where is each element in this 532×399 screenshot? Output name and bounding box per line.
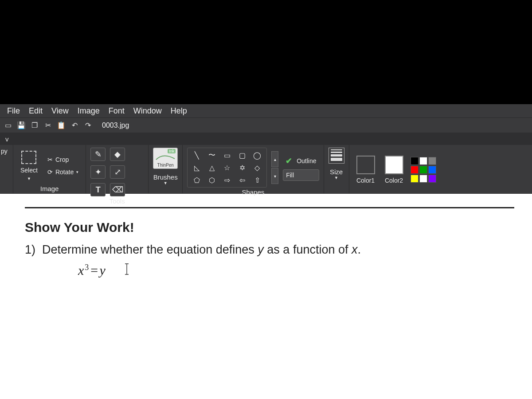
palette-swatch[interactable] bbox=[411, 175, 419, 183]
shape-star6-icon[interactable]: ✡ bbox=[235, 162, 249, 173]
equation: x3 = y bbox=[78, 263, 514, 278]
redo-icon[interactable]: ↷ bbox=[82, 120, 93, 131]
new-icon[interactable]: ▭ bbox=[3, 120, 13, 131]
shape-arrow-left-icon[interactable]: ⇦ bbox=[235, 175, 249, 185]
question-line: 1) Determine whether the equation define… bbox=[25, 243, 514, 257]
shape-arrow-up-icon[interactable]: ⇧ bbox=[250, 175, 264, 185]
cut-icon[interactable]: ✂ bbox=[43, 120, 53, 131]
shape-triangle-icon[interactable]: △ bbox=[205, 162, 219, 173]
copy-icon[interactable]: ❐ bbox=[29, 120, 40, 131]
scroll-down-icon[interactable]: ▾ bbox=[271, 168, 278, 184]
clipboard-copy-fragment[interactable]: py bbox=[1, 148, 8, 155]
shape-rtriangle-icon[interactable]: ◺ bbox=[190, 162, 203, 173]
crop-icon: ✂ bbox=[47, 156, 53, 163]
undo-icon[interactable]: ↶ bbox=[69, 120, 80, 131]
picker-tool-icon[interactable]: ⤢ bbox=[110, 165, 125, 179]
palette-swatch[interactable] bbox=[419, 175, 427, 183]
rotate-icon: ⟳ bbox=[47, 168, 53, 176]
shape-star5-icon[interactable]: ☆ bbox=[220, 162, 234, 173]
color2-swatch bbox=[385, 156, 403, 174]
menu-bar: File Edit View Image Font Window Help bbox=[0, 104, 532, 117]
question-number: 1) bbox=[25, 243, 35, 256]
size-label: Size ▼ bbox=[330, 168, 343, 180]
shape-rect-icon[interactable]: ▭ bbox=[220, 150, 234, 160]
scroll-up-icon[interactable]: ▴ bbox=[271, 151, 278, 167]
rotate-button[interactable]: ⟳ Rotate ▾ bbox=[45, 167, 81, 177]
paste-icon[interactable]: 📋 bbox=[56, 120, 66, 131]
palette-swatch[interactable] bbox=[428, 175, 436, 183]
color1-button[interactable]: Color1 bbox=[354, 154, 378, 186]
tools-group: ✎ ◆ ✦ ⤢ T ⌫ Tools bbox=[86, 145, 149, 193]
brushes-group: Ink ThinPen Brushes ▼ bbox=[149, 145, 183, 193]
document-filename: 0003.jpg bbox=[102, 121, 129, 129]
size-button[interactable] bbox=[329, 148, 344, 164]
page-heading: Show Your Work! bbox=[25, 220, 514, 235]
horizontal-rule bbox=[25, 207, 514, 208]
palette-swatch[interactable] bbox=[411, 166, 419, 174]
save-icon[interactable]: 💾 bbox=[16, 120, 27, 131]
eraser-tool-icon[interactable]: ⌫ bbox=[110, 183, 125, 196]
colors-group: Color1 Color2 bbox=[349, 145, 441, 193]
fill-tool-icon[interactable]: ◆ bbox=[110, 148, 125, 161]
text-cursor-icon bbox=[124, 263, 129, 278]
select-button[interactable]: Select ▼ bbox=[18, 149, 40, 183]
shape-arrow-right-icon[interactable]: ⇨ bbox=[220, 175, 234, 185]
shape-roundrect-icon[interactable]: ▢ bbox=[235, 150, 249, 160]
shape-curve-icon[interactable]: 〜 bbox=[205, 150, 219, 160]
menu-font[interactable]: Font bbox=[104, 105, 129, 117]
shape-pentagon-icon[interactable]: ⬠ bbox=[190, 175, 203, 185]
menu-edit[interactable]: Edit bbox=[24, 105, 47, 117]
shapes-scroller[interactable]: ▴ ▾ bbox=[271, 151, 278, 184]
color1-swatch bbox=[356, 156, 375, 174]
text-tool-icon[interactable]: T bbox=[90, 183, 106, 196]
size-group: Size ▼ bbox=[324, 145, 349, 193]
document-canvas[interactable]: Show Your Work! 1) Determine whether the… bbox=[0, 194, 532, 399]
menu-image[interactable]: Image bbox=[73, 105, 104, 117]
monitor-bezel bbox=[0, 0, 532, 104]
pencil-tool-icon[interactable]: ✎ bbox=[90, 148, 106, 161]
shape-ellipse-icon[interactable]: ◯ bbox=[250, 150, 264, 160]
image-group: Select ▼ ✂ Crop ⟳ Rotate ▾ Image bbox=[13, 145, 86, 193]
shape-diamond-icon[interactable]: ◇ bbox=[250, 162, 264, 173]
brushes-label[interactable]: Brushes ▼ bbox=[153, 173, 178, 185]
palette-swatch[interactable] bbox=[428, 157, 436, 165]
shapes-group: ╲ 〜 ▭ ▢ ◯ ◺ △ ☆ ✡ ◇ ⬠ ⬡ ⇨ ⇦ ⇧ ▴ ▾ bbox=[183, 145, 324, 193]
shape-hexagon-icon[interactable]: ⬡ bbox=[205, 175, 219, 185]
tools-group-label: Tools bbox=[90, 196, 144, 205]
palette-swatch[interactable] bbox=[419, 157, 427, 165]
clipboard-group-label bbox=[1, 192, 8, 192]
menu-window[interactable]: Window bbox=[129, 105, 166, 117]
ribbon-tab-fragment[interactable]: v bbox=[2, 133, 12, 145]
shapes-group-label: Shapes bbox=[187, 188, 319, 196]
shapes-gallery[interactable]: ╲ 〜 ▭ ▢ ◯ ◺ △ ☆ ✡ ◇ ⬠ ⬡ ⇨ ⇦ ⇧ bbox=[187, 148, 267, 188]
brush-preset-thinpen[interactable]: Ink ThinPen bbox=[153, 148, 178, 169]
spray-tool-icon[interactable]: ✦ bbox=[90, 165, 106, 179]
image-group-label: Image bbox=[18, 184, 81, 192]
menu-view[interactable]: View bbox=[47, 105, 73, 117]
crop-button[interactable]: ✂ Crop bbox=[45, 154, 81, 165]
quick-access-toolbar: ▭ 💾 ❐ ✂ 📋 ↶ ↷ 0003.jpg bbox=[0, 117, 532, 133]
outline-button[interactable]: ✔ Outline bbox=[283, 154, 319, 168]
color2-button[interactable]: Color2 bbox=[382, 154, 406, 186]
palette-swatch[interactable] bbox=[419, 166, 427, 174]
check-icon: ✔ bbox=[286, 156, 292, 166]
menu-help[interactable]: Help bbox=[166, 105, 192, 117]
palette-swatch[interactable] bbox=[428, 166, 436, 174]
menu-file[interactable]: File bbox=[3, 105, 24, 117]
ribbon-tabs: v bbox=[0, 133, 532, 145]
palette-swatch[interactable] bbox=[411, 157, 419, 165]
shape-line-icon[interactable]: ╲ bbox=[190, 150, 203, 160]
color-palette[interactable] bbox=[411, 157, 436, 183]
fill-button[interactable]: Fill bbox=[283, 169, 319, 181]
ribbon: py Select ▼ ✂ Crop ⟳ Rotate ▾ bbox=[0, 145, 532, 194]
